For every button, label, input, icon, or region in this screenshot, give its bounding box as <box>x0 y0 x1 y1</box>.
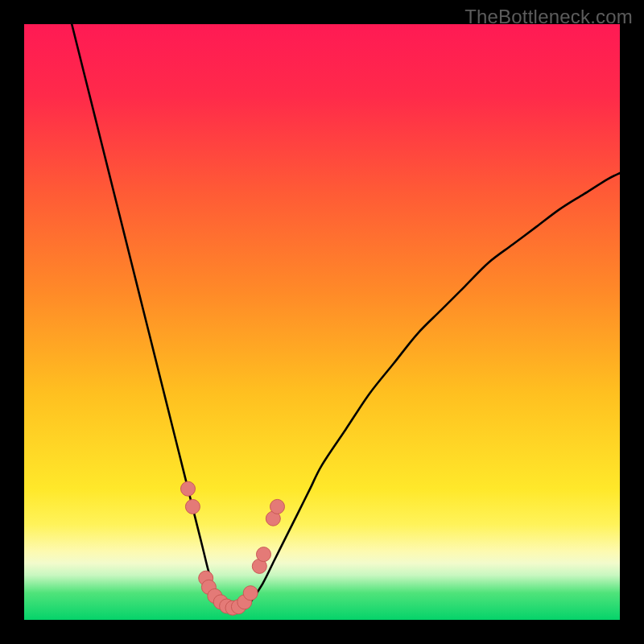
curve-marker <box>270 499 285 514</box>
curve-marker <box>256 547 270 562</box>
chart-frame: TheBottleneck.com <box>0 0 644 644</box>
curve-marker <box>185 499 200 514</box>
heatmap-background <box>24 24 620 620</box>
curve-marker <box>181 481 196 496</box>
curve-marker <box>243 586 258 601</box>
bottleneck-chart <box>24 24 620 620</box>
watermark-label: TheBottleneck.com <box>464 6 633 28</box>
chart-plot-area <box>24 24 620 620</box>
